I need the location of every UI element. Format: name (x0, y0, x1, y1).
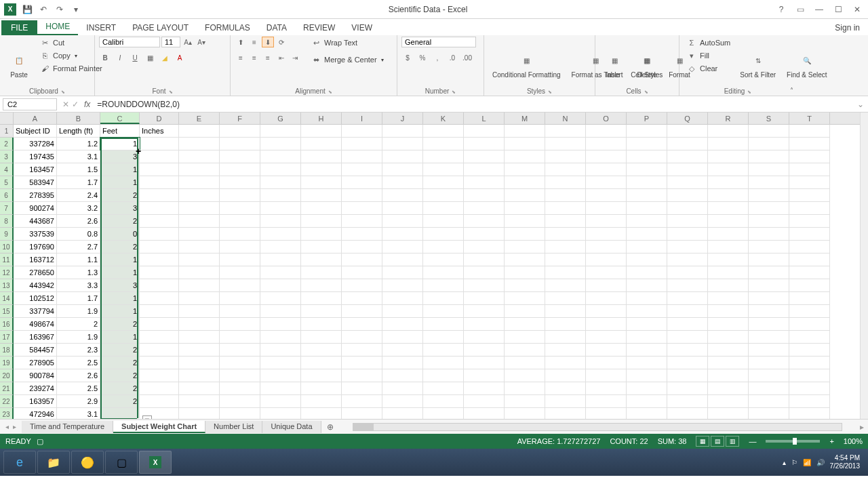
cell[interactable] (749, 241, 789, 253)
cell[interactable] (667, 189, 708, 202)
cell[interactable] (708, 382, 749, 395)
row-header-8[interactable]: 8 (0, 215, 14, 228)
cell[interactable]: 197435 (14, 150, 57, 163)
cell[interactable]: 1 (100, 163, 140, 176)
cell[interactable] (260, 125, 301, 138)
ribbon-tab-review[interactable]: REVIEW (295, 20, 343, 35)
cell[interactable] (423, 138, 464, 150)
row-header-12[interactable]: 12 (0, 266, 14, 279)
cell[interactable] (464, 266, 505, 279)
cell[interactable] (627, 357, 667, 369)
decrease-decimal-icon[interactable]: .00 (461, 52, 473, 63)
row-header-9[interactable]: 9 (0, 228, 14, 241)
cell[interactable] (179, 279, 220, 292)
cell[interactable] (667, 138, 708, 150)
cell[interactable]: 163457 (14, 163, 57, 176)
cell[interactable] (708, 369, 749, 382)
cell[interactable] (627, 125, 667, 138)
cell[interactable] (586, 125, 627, 138)
cell[interactable] (342, 395, 382, 408)
cell[interactable] (140, 241, 179, 253)
normal-view-icon[interactable]: ▦ (696, 436, 709, 447)
cell[interactable] (749, 138, 789, 150)
excel-taskbar-button[interactable]: X (139, 451, 172, 474)
cell[interactable] (627, 279, 667, 292)
cell[interactable] (220, 215, 260, 228)
cell[interactable] (301, 395, 342, 408)
cell[interactable] (220, 150, 260, 163)
formula-input[interactable] (93, 98, 853, 110)
align-center-icon[interactable]: ≡ (248, 52, 260, 63)
row-header-11[interactable]: 11 (0, 253, 14, 266)
vertical-scrollbar[interactable] (860, 113, 868, 419)
cell[interactable] (382, 241, 423, 253)
undo-icon[interactable]: ↶ (38, 4, 49, 15)
cell[interactable] (667, 357, 708, 369)
cell[interactable] (505, 202, 545, 215)
cell[interactable] (342, 163, 382, 176)
cell[interactable] (423, 266, 464, 279)
cell[interactable] (545, 266, 586, 279)
cell[interactable] (708, 395, 749, 408)
col-header-B[interactable]: B (57, 113, 100, 124)
cell[interactable] (586, 357, 627, 369)
cell[interactable] (586, 408, 627, 419)
cell[interactable] (627, 344, 667, 357)
cell[interactable]: 2 (100, 382, 140, 395)
italic-button[interactable]: I (114, 52, 126, 63)
cell[interactable] (179, 202, 220, 215)
cell[interactable] (179, 253, 220, 266)
cell[interactable] (220, 253, 260, 266)
cell[interactable] (789, 189, 830, 202)
col-header-D[interactable]: D (140, 113, 179, 124)
cell[interactable] (423, 189, 464, 202)
cell[interactable]: 1.7 (57, 176, 100, 189)
cell[interactable] (140, 202, 179, 215)
cell[interactable] (464, 305, 505, 318)
app-button[interactable]: ▢ (105, 451, 138, 474)
cell[interactable] (100, 408, 140, 419)
cell[interactable]: 278650 (14, 266, 57, 279)
cell[interactable] (179, 150, 220, 163)
cell[interactable]: 2.5 (57, 382, 100, 395)
cell[interactable] (140, 138, 179, 150)
cell[interactable] (260, 331, 301, 344)
cell[interactable]: 2.6 (57, 369, 100, 382)
cell[interactable] (749, 382, 789, 395)
cell[interactable] (464, 176, 505, 189)
cell[interactable]: 2.3 (57, 344, 100, 357)
col-header-A[interactable]: A (14, 113, 57, 124)
cell[interactable] (382, 408, 423, 419)
worksheet-grid[interactable]: ABCDEFGHIJKLMNOPQRST 1234567891011121314… (0, 113, 868, 419)
page-layout-icon[interactable]: ▤ (711, 436, 724, 447)
cell[interactable] (464, 241, 505, 253)
cell[interactable] (301, 150, 342, 163)
cell[interactable] (749, 357, 789, 369)
cell[interactable] (382, 163, 423, 176)
cell[interactable] (789, 228, 830, 241)
cell[interactable]: 1 (100, 305, 140, 318)
cell[interactable]: 3.2 (57, 202, 100, 215)
cell[interactable] (382, 292, 423, 305)
cell[interactable] (301, 138, 342, 150)
cell[interactable] (179, 241, 220, 253)
cell[interactable] (464, 215, 505, 228)
cell[interactable]: 2.4 (57, 189, 100, 202)
accept-formula-icon[interactable]: ✓ (72, 100, 79, 109)
cell[interactable] (260, 357, 301, 369)
cell[interactable] (342, 189, 382, 202)
row-header-4[interactable]: 4 (0, 163, 14, 176)
cell[interactable]: Length (ft) (57, 125, 100, 138)
cell[interactable]: 2.9 (57, 395, 100, 408)
cell[interactable] (749, 395, 789, 408)
cell[interactable]: 0 (100, 228, 140, 241)
cell[interactable] (423, 176, 464, 189)
decrease-indent-icon[interactable]: ⇤ (275, 52, 288, 63)
underline-button[interactable]: U (129, 52, 141, 63)
cell[interactable] (667, 305, 708, 318)
font-name-input[interactable] (99, 37, 160, 47)
cell[interactable] (708, 189, 749, 202)
expand-formula-icon[interactable]: ⌄ (853, 100, 868, 109)
row-header-6[interactable]: 6 (0, 189, 14, 202)
cell[interactable] (179, 382, 220, 395)
